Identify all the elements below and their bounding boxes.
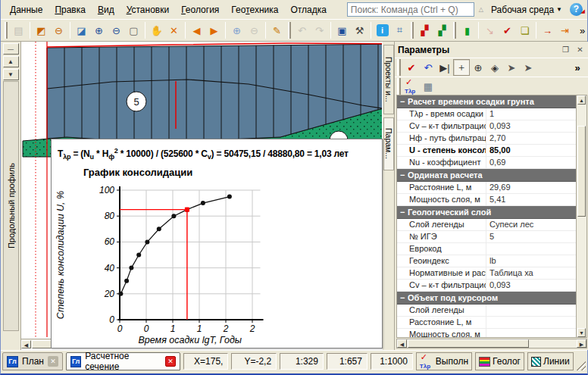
group-header[interactable]: −Ордината расчета	[397, 169, 576, 182]
revert-icon[interactable]: ↶	[420, 59, 436, 76]
menu-7[interactable]: Отладка	[284, 2, 332, 17]
property-value[interactable]: Таблица ха	[486, 267, 576, 279]
resize-grip[interactable]	[577, 361, 586, 370]
run-button[interactable]: ✓TλpВыполн	[416, 352, 472, 370]
menu-3[interactable]: Вид	[92, 2, 120, 17]
property-value[interactable]: 5,41	[486, 194, 576, 205]
fit-extents-icon[interactable]: ✕	[165, 22, 183, 39]
zoom-select-icon[interactable]: ▢	[125, 22, 142, 39]
property-value[interactable]	[486, 317, 576, 328]
property-value[interactable]: 0,69	[486, 157, 576, 168]
menu-4[interactable]: Установки	[120, 2, 176, 17]
grid-scroll-down-icon[interactable]: ▼	[577, 328, 586, 337]
apply-icon[interactable]: ✔	[403, 59, 420, 76]
grid-vscroll-thumb[interactable]	[577, 126, 586, 217]
menu-1[interactable]: Данные	[4, 2, 48, 17]
zoom-initial-icon[interactable]: ◩	[33, 22, 50, 39]
command-search-input[interactable]	[347, 2, 474, 17]
property-value[interactable]: 85,00	[486, 145, 576, 156]
collapse-panel-button[interactable]: —	[3, 43, 19, 55]
info-icon[interactable]: i	[374, 22, 391, 39]
snap-center-icon[interactable]: ⊕	[470, 59, 486, 76]
property-value[interactable]: 1	[486, 108, 576, 120]
workspace-menu[interactable]: Рабочая среда ▼	[488, 3, 565, 17]
scroll-right-icon[interactable]: ▶	[205, 22, 223, 39]
toolbar-handle[interactable]	[288, 22, 291, 39]
property-value[interactable]: 29,69	[486, 182, 576, 193]
zoom-window-icon[interactable]: ◪	[73, 22, 90, 39]
panel-toolbar-overflow-icon[interactable]: »	[569, 59, 586, 76]
next-step-icon[interactable]: ▶|	[436, 59, 453, 76]
tools-icon[interactable]: ⚒	[351, 22, 368, 39]
view-tab-active[interactable]: ГлРасчетное сечение✕	[66, 352, 180, 370]
redraw-brush-icon[interactable]: ✎	[268, 22, 286, 39]
scroll-down-button[interactable]: ▼	[3, 69, 19, 80]
property-value[interactable]: 0,093	[486, 280, 576, 291]
snap-node-icon[interactable]: ◈	[486, 59, 503, 76]
close-panel-icon[interactable]: ✕	[574, 45, 586, 55]
cursor-select-icon[interactable]: ➤	[503, 59, 520, 76]
copy-layers-icon[interactable]: ❏	[516, 22, 533, 39]
scale-horizontal[interactable]: 1:329	[280, 353, 324, 370]
group-header[interactable]: −Расчет времени осадки грунта	[397, 95, 576, 108]
zoom-out-icon[interactable]: ⊖	[108, 22, 125, 39]
property-value[interactable]	[486, 329, 576, 337]
toolbar-overflow-icon[interactable]: »	[574, 22, 587, 39]
pan-hand-icon[interactable]: ✋	[148, 22, 165, 39]
toolbar-handle[interactable]	[411, 22, 414, 39]
search-options-icon[interactable]: △	[479, 6, 483, 13]
dimensions-icon[interactable]: ⌗	[391, 22, 408, 39]
line-arrow-icon[interactable]: →	[539, 22, 556, 39]
grid-scroll-left-icon[interactable]: ◀	[397, 339, 407, 348]
help-icon[interactable]: ?	[570, 3, 583, 16]
zoom-in-icon[interactable]: ⊕	[90, 22, 108, 39]
scale-vertical[interactable]: 1:657	[327, 353, 368, 370]
run-calculation-icon[interactable]: ✓Tλp	[403, 78, 420, 95]
property-value[interactable]: 0,093	[486, 120, 576, 132]
property-value[interactable]: lb	[486, 255, 576, 267]
scale-plan[interactable]: 1:1000	[371, 353, 413, 370]
geology-button[interactable]: Геолог	[475, 352, 524, 370]
property-value[interactable]: Супеси лес	[486, 219, 576, 230]
close-tab-icon[interactable]: ✕	[48, 356, 58, 367]
project-settings-icon[interactable]: ▣	[333, 22, 351, 39]
view-tab-inactive[interactable]: ГлПлан✕	[2, 352, 63, 370]
lines-button[interactable]: Линии	[527, 352, 574, 370]
grid-hscroll-thumb[interactable]	[408, 339, 529, 348]
scroll-up-button[interactable]: ▲	[3, 56, 19, 67]
menu-5[interactable]: Геология	[175, 2, 225, 17]
snap-crosshair-icon[interactable]: ＋	[453, 59, 470, 76]
legend-book-icon[interactable]: ▮	[458, 22, 476, 39]
grid-horizontal-scrollbar[interactable]: ◀ ▶	[396, 339, 587, 348]
menu-6[interactable]: Геотехника	[225, 2, 284, 17]
scroll-left-icon[interactable]: ◀	[188, 22, 205, 39]
scroll-left-arrow-icon[interactable]: ◀	[21, 340, 31, 348]
property-value[interactable]	[486, 305, 576, 316]
tab-projects[interactable]: Проекты и...	[383, 45, 394, 114]
cursor-target-icon[interactable]: ➤	[520, 59, 536, 76]
profile-chart-green-icon[interactable]: ▞	[433, 22, 451, 39]
preview-icon[interactable]: ▦	[420, 78, 436, 95]
menu-2[interactable]: Правка	[48, 2, 92, 17]
node-arrow-icon[interactable]: ⇥	[556, 22, 574, 39]
property-value[interactable]: 2,70	[486, 133, 576, 144]
grid-scroll-up-icon[interactable]: ▲	[577, 95, 586, 105]
grid-scroll-right-icon[interactable]: ▶	[577, 339, 586, 348]
toolbar-handle[interactable]	[453, 22, 456, 39]
property-value[interactable]: 5	[486, 231, 576, 242]
zoom-previous-icon[interactable]: ⊖	[50, 22, 67, 39]
grid-vertical-scrollbar[interactable]: ▲ ▼	[576, 95, 586, 337]
close-tab-icon[interactable]: ✕	[165, 356, 175, 367]
tab-parameters[interactable]: Парам...	[383, 117, 394, 170]
scale-up-icon[interactable]: ⊕	[228, 22, 246, 39]
toolbar-handle[interactable]	[397, 59, 401, 76]
profile-chart-red-icon[interactable]: ▞	[416, 22, 433, 39]
toolbar-handle[interactable]	[397, 78, 401, 95]
group-header[interactable]: −Объект под курсором	[397, 292, 576, 305]
property-value[interactable]	[486, 243, 576, 255]
group-header[interactable]: −Геологический слой	[397, 206, 576, 219]
float-panel-icon[interactable]: ❐	[560, 45, 571, 55]
toolbar-handle[interactable]	[5, 22, 8, 39]
check-geology-icon[interactable]: ✔	[499, 22, 516, 39]
tab-longitudinal-profile[interactable]: Продольный профиль	[3, 81, 19, 331]
